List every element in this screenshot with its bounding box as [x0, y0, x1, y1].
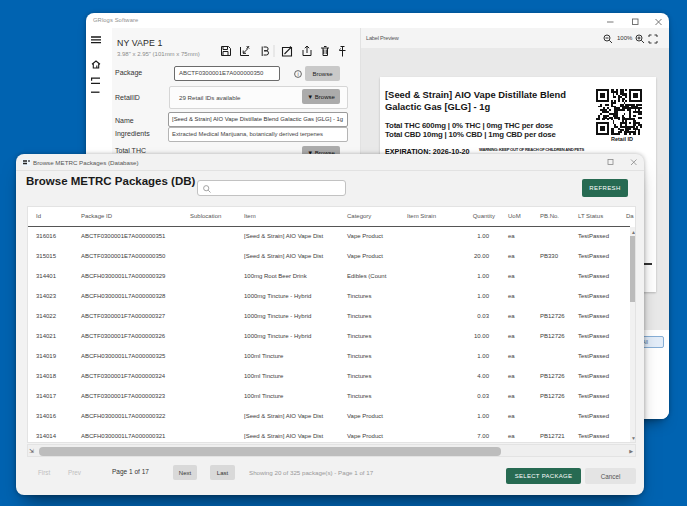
- svg-text:i: i: [297, 71, 298, 77]
